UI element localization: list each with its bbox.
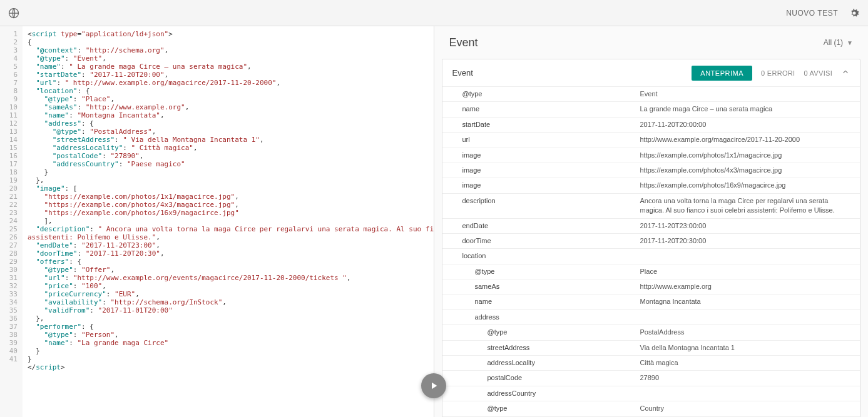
property-value: https://example.com/photos/1x1/magacirce… xyxy=(630,148,860,163)
code-line: "streetAddress": " Via della Montagna In… xyxy=(28,136,429,144)
line-number: 4 xyxy=(0,54,23,63)
line-number: 18 xyxy=(0,168,23,176)
code-line: "availability": "http://schema.org/InSto… xyxy=(28,298,429,306)
code-line: "validFrom": "2017-11-01T20:00" xyxy=(28,306,429,314)
line-number: 20 xyxy=(0,184,23,193)
line-number: 41 xyxy=(0,355,23,363)
line-number: 24 xyxy=(0,217,23,225)
line-number: 32 xyxy=(0,282,23,290)
line-number: 22 xyxy=(0,201,23,209)
line-number: 40 xyxy=(0,347,23,355)
code-line: "url": "http://www.example.org/events/ma… xyxy=(28,274,429,282)
code-line: "@type": "Event", xyxy=(28,54,429,63)
property-value xyxy=(630,309,860,324)
table-row: location xyxy=(442,249,860,264)
property-value xyxy=(630,249,860,264)
run-button[interactable] xyxy=(421,373,446,398)
gear-icon[interactable] xyxy=(848,7,860,19)
code-line: "address": { xyxy=(28,119,429,128)
property-key: url xyxy=(442,133,630,148)
line-number: 8 xyxy=(0,87,23,95)
table-row: endDate2017-11-20T23:00:00 xyxy=(442,218,860,233)
code-editor[interactable]: <script type="application/ld+json">{ "@c… xyxy=(23,26,434,417)
property-value: La grande maga Circe – una serata magica xyxy=(630,102,860,117)
chevron-up-icon[interactable] xyxy=(841,68,850,78)
line-number: 30 xyxy=(0,266,23,274)
code-line: "price": "100", xyxy=(28,282,429,290)
table-row: startDate2017-11-20T20:00:00 xyxy=(442,117,860,132)
code-line: "location": { xyxy=(28,87,429,95)
table-row: imagehttps://example.com/photos/4x3/maga… xyxy=(442,163,860,178)
code-line: </script> xyxy=(28,363,429,371)
property-key: @type xyxy=(442,87,630,102)
line-number: 13 xyxy=(0,128,23,136)
code-line: } xyxy=(28,355,429,363)
property-key: address xyxy=(442,309,630,324)
table-row: nameMontagna Incantata xyxy=(442,294,860,309)
code-line: "name": "La grande maga Circe" xyxy=(28,339,429,347)
property-value xyxy=(630,386,860,401)
property-key: endDate xyxy=(442,218,630,233)
code-line: } xyxy=(28,347,429,355)
main: 1234567891011121314151617181920212223242… xyxy=(0,26,868,417)
property-value: Via della Montagna Incantata 1 xyxy=(630,340,860,355)
errors-count: 0 ERRORI xyxy=(761,69,795,77)
table-row: imagehttps://example.com/photos/16x9/mag… xyxy=(442,178,860,193)
table-row: addressCountry xyxy=(442,386,860,401)
code-line: "description": " Ancora una volta torna … xyxy=(28,225,429,241)
filter-label: All (1) xyxy=(824,38,843,47)
property-key: sameAs xyxy=(442,279,630,294)
code-line: "@type": "PostalAddress", xyxy=(28,128,429,136)
property-value: Ancora una volta torna la maga Circe per… xyxy=(630,193,860,218)
property-value: PostalAddress xyxy=(630,325,860,340)
table-row: streetAddressVia della Montagna Incantat… xyxy=(442,340,860,355)
line-number: 9 xyxy=(0,95,23,103)
property-value: Montagna Incantata xyxy=(630,294,860,309)
code-line: }, xyxy=(28,176,429,184)
line-number: 21 xyxy=(0,193,23,201)
property-value: http://www.example.org xyxy=(630,279,860,294)
code-line: } xyxy=(28,168,429,176)
property-key: image xyxy=(442,163,630,178)
new-test-button[interactable]: NUOVO TEST xyxy=(786,9,838,18)
results-header: Event All (1) ▼ xyxy=(434,26,869,59)
results-title: Event xyxy=(449,36,478,49)
line-number: 17 xyxy=(0,160,23,168)
topbar: NUOVO TEST xyxy=(0,0,868,26)
property-key: streetAddress xyxy=(442,340,630,355)
code-line: "name": "Montagna Incantata", xyxy=(28,111,429,119)
globe-icon[interactable] xyxy=(8,7,20,19)
card-title: Event xyxy=(452,68,473,78)
property-value: 27890 xyxy=(630,371,860,386)
property-value: Country xyxy=(630,401,860,416)
line-number: 39 xyxy=(0,339,23,347)
property-key: doorTime xyxy=(442,233,630,248)
line-number: 6 xyxy=(0,71,23,79)
line-number: 16 xyxy=(0,152,23,160)
line-number: 27 xyxy=(0,241,23,249)
property-key: @type xyxy=(442,401,630,416)
line-number: 15 xyxy=(0,144,23,152)
line-number: 10 xyxy=(0,103,23,111)
line-number: 38 xyxy=(0,331,23,339)
code-line: "doorTime": "2017-11-20T20:30", xyxy=(28,249,429,258)
line-number: 11 xyxy=(0,111,23,119)
table-row: imagehttps://example.com/photos/1x1/maga… xyxy=(442,148,860,163)
table-row: urlhttp://www.example.org/magacirce/2017… xyxy=(442,133,860,148)
preview-button[interactable]: ANTEPRIMA xyxy=(692,66,752,81)
filter-dropdown[interactable]: All (1) ▼ xyxy=(824,38,853,47)
property-value: http://www.example.org/magacirce/2017-11… xyxy=(630,133,860,148)
code-line: "priceCurrency": "EUR", xyxy=(28,290,429,298)
property-key: name xyxy=(442,294,630,309)
line-number: 29 xyxy=(0,258,23,266)
line-number: 7 xyxy=(0,79,23,87)
property-key: @type xyxy=(442,264,630,279)
line-number: 14 xyxy=(0,136,23,144)
line-number: 2 xyxy=(0,38,23,46)
table-row: addressLocalityCittà magica xyxy=(442,356,860,371)
property-value: 2017-11-20T20:00:00 xyxy=(630,117,860,132)
code-line: "https://example.com/photos/4x3/magacirc… xyxy=(28,201,429,209)
property-value: https://example.com/photos/4x3/magacirce… xyxy=(630,163,860,178)
code-line: "name": " La grande maga Circe – una ser… xyxy=(28,63,429,71)
code-line: "endDate": "2017-11-20T23:00", xyxy=(28,241,429,249)
